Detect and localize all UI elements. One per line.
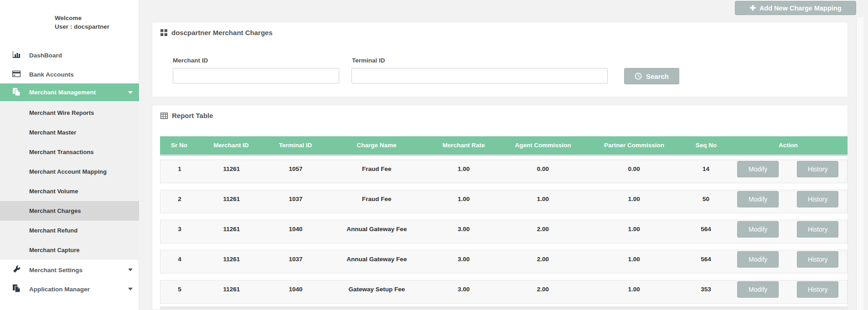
cell-merchant-id: 11261 bbox=[199, 160, 264, 177]
modify-button[interactable]: Modify bbox=[737, 251, 779, 268]
cell-partner-commission: 1.00 bbox=[585, 220, 683, 238]
history-button[interactable]: History bbox=[797, 161, 838, 177]
vertical-scrollbar[interactable] bbox=[856, 17, 863, 310]
modify-button[interactable]: Modify bbox=[737, 191, 779, 207]
main-content: ✚ Add New Charge Mapping doscpartner Mer… bbox=[139, 0, 868, 310]
column-header-seq-no: Seq No bbox=[683, 136, 729, 155]
credit-card-icon bbox=[11, 71, 21, 78]
search-button-label: Search bbox=[646, 72, 669, 80]
modify-button[interactable]: Modify bbox=[737, 161, 779, 177]
history-button[interactable]: History bbox=[797, 221, 838, 238]
merchant-id-input[interactable] bbox=[173, 68, 339, 83]
bar-chart-icon bbox=[11, 51, 21, 59]
sidebar-item-merchant-wire-reports[interactable]: Merchant Wire Reports bbox=[0, 103, 139, 123]
files-icon bbox=[11, 284, 21, 294]
chevron-down-icon bbox=[128, 269, 133, 271]
merchant-charges-panel: doscpartner Merchant Charges Merchant ID… bbox=[152, 22, 848, 97]
cell-terminal-id: 1037 bbox=[264, 190, 327, 207]
cell-merchant-id: 11261 bbox=[199, 220, 264, 238]
cell-merchant-rate: 1.00 bbox=[426, 160, 501, 177]
sidebar: Welcome User : docspartner DashBoard Ban… bbox=[0, 0, 139, 310]
cell-partner-commission: 1.00 bbox=[585, 190, 683, 207]
merchant-management-submenu: Merchant Wire Reports Merchant Master Me… bbox=[0, 101, 139, 260]
table-row: 5 11261 1040 Gateway Setup Fee 3.00 2.00… bbox=[160, 280, 847, 304]
cell-agent-commission: 2.00 bbox=[501, 250, 585, 268]
sidebar-item-label: Application Manager bbox=[29, 286, 90, 293]
cell-seq-no: 564 bbox=[683, 220, 728, 238]
cell-terminal-id: 1040 bbox=[264, 280, 327, 298]
column-header-charge-name: Charge Name bbox=[327, 136, 426, 155]
cell-terminal-id: 1057 bbox=[264, 160, 327, 177]
column-header-terminal-id: Terminal ID bbox=[264, 136, 327, 155]
cell-sr-no: 3 bbox=[160, 220, 199, 238]
cell-action: Modify History bbox=[728, 280, 847, 298]
submenu-label: Merchant Charges bbox=[29, 207, 81, 214]
history-button[interactable]: History bbox=[797, 191, 838, 207]
cell-charge-name: Gateway Setup Fee bbox=[327, 280, 427, 298]
cell-sr-no: 5 bbox=[160, 280, 199, 298]
add-button-label: Add New Charge Mapping bbox=[760, 5, 842, 12]
sidebar-item-label: DashBoard bbox=[29, 52, 62, 59]
search-button[interactable]: Search bbox=[624, 68, 679, 84]
sidebar-item-merchant-account-mapping[interactable]: Merchant Account Mapping bbox=[0, 162, 139, 181]
sidebar-item-label: Merchant Settings bbox=[29, 267, 83, 274]
cell-seq-no: 50 bbox=[683, 190, 728, 207]
report-table-panel: Report Table Sr No Merchant ID Terminal … bbox=[152, 105, 848, 310]
cell-seq-no: 564 bbox=[683, 250, 728, 268]
app-window: Welcome User : docspartner DashBoard Ban… bbox=[0, 0, 868, 310]
cell-terminal-id: 1037 bbox=[264, 250, 327, 268]
cell-merchant-id: 11261 bbox=[199, 280, 264, 298]
history-button[interactable]: History bbox=[797, 281, 838, 298]
sidebar-item-merchant-transactions[interactable]: Merchant Transactions bbox=[0, 142, 139, 162]
chevron-down-icon bbox=[128, 91, 133, 94]
sidebar-item-merchant-refund[interactable]: Merchant Refund bbox=[0, 221, 139, 240]
add-new-charge-mapping-button[interactable]: ✚ Add New Charge Mapping bbox=[735, 1, 856, 15]
chevron-down-icon bbox=[128, 288, 133, 290]
sidebar-item-merchant-settings[interactable]: Merchant Settings bbox=[0, 263, 139, 277]
page-title: doscpartner Merchant Charges bbox=[171, 29, 273, 36]
cell-action: Modify History bbox=[728, 220, 847, 238]
history-button[interactable]: History bbox=[797, 251, 838, 268]
column-header-agent-commission: Agent Commission bbox=[501, 136, 585, 155]
panel-title-row: Report Table bbox=[160, 112, 213, 119]
cell-terminal-id: 1040 bbox=[264, 220, 327, 238]
column-header-partner-commission: Partner Commission bbox=[585, 136, 683, 155]
table-row: 3 11261 1040 Annual Gateway Fee 3.00 2.0… bbox=[160, 220, 847, 243]
cell-partner-commission: 0.00 bbox=[585, 160, 683, 177]
next-row-partial bbox=[160, 307, 847, 310]
submenu-label: Merchant Account Mapping bbox=[29, 168, 107, 175]
cell-agent-commission: 2.00 bbox=[501, 220, 585, 238]
cell-sr-no: 4 bbox=[160, 250, 199, 268]
grid-icon bbox=[160, 29, 167, 36]
cell-seq-no: 14 bbox=[683, 160, 728, 177]
submenu-label: Merchant Master bbox=[29, 129, 76, 136]
submenu-label: Merchant Wire Reports bbox=[29, 109, 94, 116]
submenu-label: Merchant Capture bbox=[29, 247, 80, 253]
sidebar-item-application-manager[interactable]: Application Manager bbox=[0, 282, 139, 296]
sidebar-item-merchant-master[interactable]: Merchant Master bbox=[0, 123, 139, 142]
sidebar-item-bank-accounts[interactable]: Bank Accounts bbox=[0, 67, 139, 82]
merchant-id-label: Merchant ID bbox=[173, 57, 208, 64]
wrench-icon bbox=[11, 265, 21, 274]
modify-button[interactable]: Modify bbox=[737, 281, 779, 298]
terminal-id-input[interactable] bbox=[351, 68, 608, 83]
cell-action: Modify History bbox=[728, 190, 847, 207]
table-icon bbox=[160, 113, 168, 119]
submenu-label: Merchant Refund bbox=[29, 227, 78, 234]
sidebar-item-label: Bank Accounts bbox=[29, 71, 74, 78]
sidebar-item-dashboard[interactable]: DashBoard bbox=[0, 48, 139, 62]
cell-partner-commission: 1.00 bbox=[585, 250, 683, 268]
cell-charge-name: Fraud Fee bbox=[327, 190, 427, 207]
sidebar-item-merchant-volume[interactable]: Merchant Volume bbox=[0, 181, 139, 201]
sidebar-item-merchant-capture[interactable]: Merchant Capture bbox=[0, 240, 139, 260]
sidebar-item-merchant-management[interactable]: Merchant Management bbox=[0, 83, 139, 101]
table-header-row: Sr No Merchant ID Terminal ID Charge Nam… bbox=[160, 136, 847, 155]
cell-merchant-rate: 3.00 bbox=[426, 220, 501, 238]
cell-partner-commission: 1.00 bbox=[585, 280, 683, 298]
modify-button[interactable]: Modify bbox=[737, 221, 779, 238]
cell-sr-no: 1 bbox=[160, 160, 199, 177]
sidebar-item-merchant-charges[interactable]: Merchant Charges bbox=[0, 201, 139, 221]
cell-action: Modify History bbox=[728, 160, 847, 177]
cell-agent-commission: 2.00 bbox=[501, 280, 585, 298]
table-row: 4 11261 1037 Annual Gateway Fee 3.00 2.0… bbox=[160, 250, 847, 274]
